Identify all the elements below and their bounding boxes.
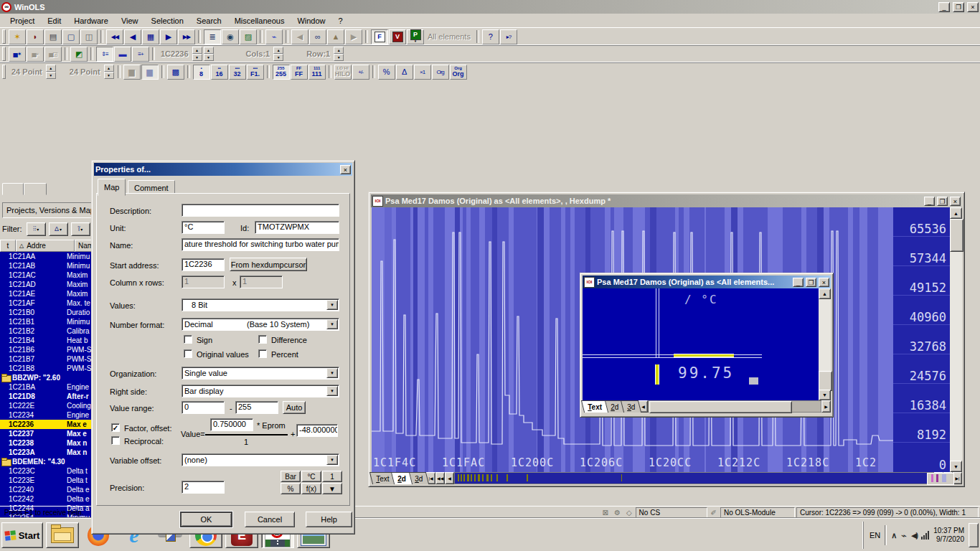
close-button[interactable]: × <box>967 2 979 12</box>
range-min-field[interactable]: 0 <box>182 401 225 414</box>
show-desktop-button[interactable] <box>969 523 979 547</box>
format-hex-button[interactable]: FFFF <box>291 65 308 80</box>
bits-16-button[interactable]: ▪▪16 <box>211 65 228 80</box>
start-address-field[interactable]: 1C2236 <box>182 258 225 271</box>
range-max-field[interactable]: 255 <box>235 401 278 414</box>
header-icon-col[interactable]: t <box>0 240 16 252</box>
spinner[interactable]: ▲▼ <box>104 65 114 79</box>
hexdump-maximize-button[interactable]: ❐ <box>937 197 948 206</box>
spinner[interactable]: ▲▼ <box>273 47 283 61</box>
connect-button[interactable]: ⌁ <box>265 29 283 44</box>
preview-titlebar[interactable]: IOI Psa Med17 Damos (Original) as <All e… <box>583 276 831 288</box>
hexdump-vthumb[interactable] <box>950 219 963 252</box>
block-view-button[interactable]: ▩ <box>167 65 184 80</box>
hexdump-titlebar[interactable]: IOI Psa Med17 Damos (Original) as <All e… <box>371 194 962 207</box>
values-select[interactable]: 8 Bit ▼ <box>182 298 339 311</box>
menu-project[interactable]: Project <box>4 15 40 27</box>
organization-select[interactable]: Single value ▼ <box>182 367 339 380</box>
speaker-icon[interactable]: ◀) <box>911 531 917 540</box>
unit-quick-button[interactable]: Bar <box>281 471 301 482</box>
unit-field[interactable]: °C <box>182 221 225 234</box>
percent-button[interactable]: % <box>378 65 395 80</box>
map-export-button[interactable]: ▅◲ <box>44 47 62 62</box>
organization-dropdown-icon[interactable]: ▼ <box>326 368 338 378</box>
context-help-button[interactable]: ▸? <box>500 29 517 44</box>
spinner[interactable]: ▲▼ <box>204 47 214 61</box>
arrange-windows-button[interactable]: ◫ <box>80 29 98 44</box>
preview-scroll-up-button[interactable]: ▲ <box>819 288 831 299</box>
clock[interactable]: 10:37 PM9/7/2020 <box>933 527 964 544</box>
menu-view[interactable]: View <box>116 15 144 27</box>
unit-quick-button[interactable]: ▼ <box>322 483 342 494</box>
language-indicator[interactable]: EN <box>870 531 880 540</box>
script-button[interactable]: ▨ <box>240 29 257 44</box>
bits-32-button[interactable]: ▪▪▪32 <box>229 65 246 80</box>
element-overview-button[interactable]: ▦ <box>142 29 159 44</box>
factor-field[interactable]: 0.750000 <box>210 418 253 431</box>
element-list-button[interactable]: ≣ <box>204 29 221 44</box>
view-tab-2d[interactable]: 2d <box>391 472 413 484</box>
spinner[interactable]: ▲▼ <box>334 47 344 61</box>
values-dropdown-icon[interactable]: ▼ <box>326 300 338 310</box>
preview-vscrollbar[interactable]: ▲ ▼ <box>819 288 831 400</box>
power-plug-icon[interactable]: ⌁ <box>901 530 907 541</box>
hexdump-vscrollbar[interactable]: ▲ ▼ <box>950 207 962 472</box>
graph-display-button[interactable]: ▆ <box>123 65 141 80</box>
difference-checkbox[interactable] <box>258 335 267 344</box>
sign-checkbox[interactable] <box>184 335 192 344</box>
menu-?[interactable]: ? <box>333 15 349 27</box>
row-height-button[interactable]: ⇕≡ <box>96 47 113 62</box>
format-binary-button[interactable]: 111111 <box>308 65 326 80</box>
preview-hthumb[interactable] <box>649 401 792 413</box>
help-button[interactable]: ? <box>482 29 499 44</box>
cancel-button[interactable]: Cancel <box>245 512 295 527</box>
bits-8-button[interactable]: ▪8 <box>193 65 210 80</box>
description-field[interactable] <box>182 204 339 217</box>
byte-order-button[interactable]: LO HIHILO <box>334 65 352 80</box>
hexdump-close-button[interactable]: × <box>950 197 961 206</box>
ok-button[interactable]: OK <box>180 512 232 527</box>
preview-close-button[interactable]: × <box>819 278 829 287</box>
factor-offset-checkbox[interactable]: ✓ <box>111 423 120 432</box>
show-projects-p-button[interactable]: P▾ <box>407 29 424 44</box>
nav-button[interactable]: ◀◀ <box>435 472 445 484</box>
file-explorer-button[interactable] <box>46 522 79 548</box>
variable-offset-dropdown-icon[interactable]: ▼ <box>326 455 338 465</box>
menu-edit[interactable]: Edit <box>42 15 67 27</box>
difference-button[interactable]: Δ <box>396 65 413 80</box>
nav-button[interactable]: ◀ <box>445 472 454 484</box>
org-org-button[interactable]: OrgOrg <box>450 65 467 80</box>
preview-scroll-down-button[interactable]: ▼ <box>819 390 831 400</box>
new-project-button[interactable]: ✶ <box>9 29 26 44</box>
network-signal-icon[interactable] <box>921 531 929 540</box>
filter-type-button[interactable]: ĩ▾ <box>71 222 90 236</box>
open-project-button[interactable]: ◗ <box>27 29 44 44</box>
preview-vthumb[interactable] <box>819 371 832 391</box>
id-field[interactable]: TMOTZWPMX <box>255 221 339 234</box>
binoculars-search-button[interactable]: ∞ <box>309 29 326 44</box>
column-setup-button[interactable]: ≡+ <box>132 47 149 62</box>
number-format-dropdown-icon[interactable]: ▼ <box>326 319 338 329</box>
menu-window[interactable]: Window <box>291 15 331 27</box>
unit-quick-button[interactable]: % <box>281 483 301 494</box>
tray-chevron-icon[interactable]: ∧ <box>891 531 897 540</box>
hexdump-view-button[interactable]: ▬ <box>114 47 131 62</box>
bits-float-button[interactable]: ▪▪▪F1. <box>247 65 264 80</box>
number-format-select[interactable]: Decimal (Base 10 System) ▼ <box>182 318 339 331</box>
view-tab-text[interactable]: Text <box>581 400 608 413</box>
preview-chart[interactable]: / °C 99.75 <box>583 288 819 400</box>
hexdump-scroll-down-button[interactable]: ▼ <box>950 461 962 472</box>
overview-thumb[interactable] <box>927 473 954 485</box>
reciprocal-checkbox[interactable] <box>111 436 120 445</box>
right-side-dropdown-icon[interactable]: ▼ <box>326 386 338 396</box>
preview-maximize-button[interactable]: ❐ <box>806 278 816 287</box>
filter-delta-button[interactable]: Δ▾ <box>49 222 68 236</box>
original-values-checkbox[interactable] <box>184 349 192 358</box>
percent-checkbox[interactable] <box>258 349 267 358</box>
checksum-button[interactable]: ▲ <box>327 29 344 44</box>
unit-quick-button[interactable]: 1 <box>322 471 342 482</box>
filter-columns-button[interactable]: ⫶⫶▾ <box>27 222 46 236</box>
menu-search[interactable]: Search <box>191 15 227 27</box>
history-forward-button[interactable]: ▶ <box>345 29 362 44</box>
spinner[interactable]: ▲▼ <box>192 47 202 61</box>
